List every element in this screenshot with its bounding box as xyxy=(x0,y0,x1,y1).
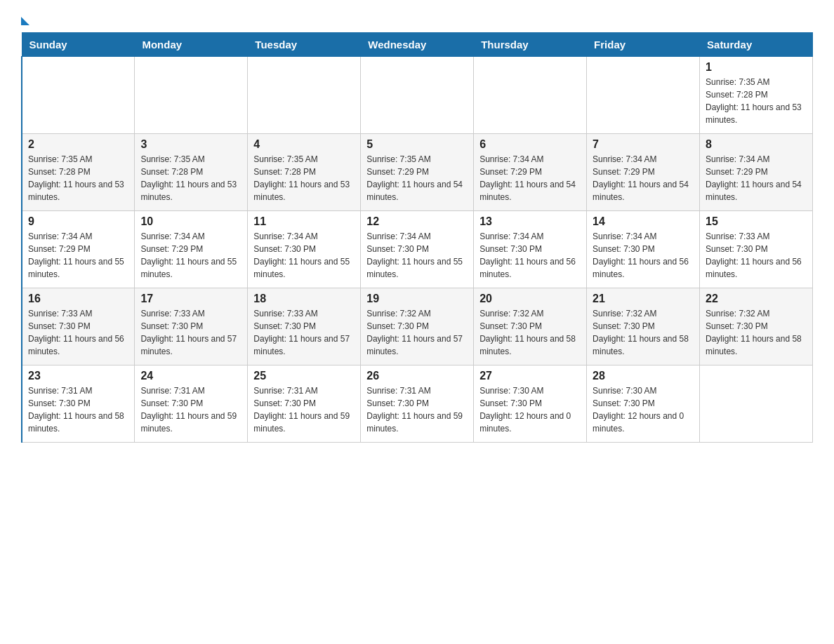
calendar-cell: 14Sunrise: 7:34 AM Sunset: 7:30 PM Dayli… xyxy=(587,211,700,288)
calendar-cell xyxy=(248,57,361,134)
calendar-table: SundayMondayTuesdayWednesdayThursdayFrid… xyxy=(21,32,813,443)
calendar-week-row: 1Sunrise: 7:35 AM Sunset: 7:28 PM Daylig… xyxy=(22,57,813,134)
day-number: 7 xyxy=(593,138,694,151)
day-info: Sunrise: 7:32 AM Sunset: 7:30 PM Dayligh… xyxy=(366,307,468,358)
calendar-cell: 23Sunrise: 7:31 AM Sunset: 7:30 PM Dayli… xyxy=(22,365,135,443)
day-number: 4 xyxy=(253,138,355,151)
calendar-cell: 26Sunrise: 7:31 AM Sunset: 7:30 PM Dayli… xyxy=(361,365,474,443)
day-info: Sunrise: 7:32 AM Sunset: 7:30 PM Dayligh… xyxy=(706,307,807,358)
calendar-cell: 20Sunrise: 7:32 AM Sunset: 7:30 PM Dayli… xyxy=(474,288,587,365)
day-info: Sunrise: 7:35 AM Sunset: 7:28 PM Dayligh… xyxy=(706,76,807,126)
calendar-cell: 16Sunrise: 7:33 AM Sunset: 7:30 PM Dayli… xyxy=(22,288,135,365)
calendar-cell: 5Sunrise: 7:35 AM Sunset: 7:29 PM Daylig… xyxy=(361,134,474,211)
calendar-cell: 6Sunrise: 7:34 AM Sunset: 7:29 PM Daylig… xyxy=(474,134,587,211)
page-header xyxy=(21,14,813,25)
day-number: 15 xyxy=(706,215,807,228)
day-info: Sunrise: 7:33 AM Sunset: 7:30 PM Dayligh… xyxy=(140,307,241,358)
day-info: Sunrise: 7:32 AM Sunset: 7:30 PM Dayligh… xyxy=(593,307,694,358)
day-number: 19 xyxy=(366,293,468,305)
calendar-cell: 7Sunrise: 7:34 AM Sunset: 7:29 PM Daylig… xyxy=(587,134,700,211)
day-number: 22 xyxy=(706,293,807,305)
calendar-cell: 2Sunrise: 7:35 AM Sunset: 7:28 PM Daylig… xyxy=(22,134,135,211)
calendar-cell xyxy=(474,57,587,134)
calendar-week-row: 2Sunrise: 7:35 AM Sunset: 7:28 PM Daylig… xyxy=(22,134,813,211)
calendar-cell: 15Sunrise: 7:33 AM Sunset: 7:30 PM Dayli… xyxy=(700,211,813,288)
day-info: Sunrise: 7:30 AM Sunset: 7:30 PM Dayligh… xyxy=(479,384,581,435)
day-number: 1 xyxy=(706,61,807,74)
day-info: Sunrise: 7:34 AM Sunset: 7:29 PM Dayligh… xyxy=(479,153,581,203)
day-info: Sunrise: 7:34 AM Sunset: 7:29 PM Dayligh… xyxy=(706,153,807,203)
day-info: Sunrise: 7:33 AM Sunset: 7:30 PM Dayligh… xyxy=(28,307,128,358)
day-number: 21 xyxy=(593,293,694,305)
calendar-cell: 11Sunrise: 7:34 AM Sunset: 7:30 PM Dayli… xyxy=(248,211,361,288)
day-number: 16 xyxy=(28,293,128,305)
calendar-cell: 4Sunrise: 7:35 AM Sunset: 7:28 PM Daylig… xyxy=(248,134,361,211)
day-info: Sunrise: 7:34 AM Sunset: 7:30 PM Dayligh… xyxy=(366,230,468,281)
calendar-week-row: 9Sunrise: 7:34 AM Sunset: 7:29 PM Daylig… xyxy=(22,211,813,288)
calendar-cell: 17Sunrise: 7:33 AM Sunset: 7:30 PM Dayli… xyxy=(135,288,248,365)
day-number: 9 xyxy=(28,215,128,228)
calendar-header-row: SundayMondayTuesdayWednesdayThursdayFrid… xyxy=(22,33,813,57)
day-info: Sunrise: 7:35 AM Sunset: 7:28 PM Dayligh… xyxy=(253,153,355,203)
day-info: Sunrise: 7:34 AM Sunset: 7:29 PM Dayligh… xyxy=(28,230,128,281)
calendar-cell: 21Sunrise: 7:32 AM Sunset: 7:30 PM Dayli… xyxy=(587,288,700,365)
calendar-cell: 25Sunrise: 7:31 AM Sunset: 7:30 PM Dayli… xyxy=(248,365,361,443)
col-header-saturday: Saturday xyxy=(700,33,813,57)
calendar-cell xyxy=(361,57,474,134)
day-info: Sunrise: 7:32 AM Sunset: 7:30 PM Dayligh… xyxy=(479,307,581,358)
calendar-cell: 9Sunrise: 7:34 AM Sunset: 7:29 PM Daylig… xyxy=(22,211,135,288)
day-number: 28 xyxy=(593,370,694,382)
day-number: 17 xyxy=(140,293,241,305)
day-number: 13 xyxy=(479,215,581,228)
day-info: Sunrise: 7:35 AM Sunset: 7:29 PM Dayligh… xyxy=(366,153,468,203)
day-info: Sunrise: 7:34 AM Sunset: 7:29 PM Dayligh… xyxy=(593,153,694,203)
day-number: 5 xyxy=(366,138,468,151)
day-number: 20 xyxy=(479,293,581,305)
day-info: Sunrise: 7:30 AM Sunset: 7:30 PM Dayligh… xyxy=(593,384,694,435)
day-info: Sunrise: 7:35 AM Sunset: 7:28 PM Dayligh… xyxy=(140,153,241,203)
col-header-thursday: Thursday xyxy=(474,33,587,57)
calendar-cell xyxy=(700,365,813,443)
calendar-cell: 18Sunrise: 7:33 AM Sunset: 7:30 PM Dayli… xyxy=(248,288,361,365)
day-number: 2 xyxy=(28,138,128,151)
day-number: 10 xyxy=(140,215,241,228)
calendar-cell: 3Sunrise: 7:35 AM Sunset: 7:28 PM Daylig… xyxy=(135,134,248,211)
day-number: 8 xyxy=(706,138,807,151)
day-number: 26 xyxy=(366,370,468,382)
day-number: 25 xyxy=(253,370,355,382)
day-info: Sunrise: 7:33 AM Sunset: 7:30 PM Dayligh… xyxy=(706,230,807,281)
day-info: Sunrise: 7:31 AM Sunset: 7:30 PM Dayligh… xyxy=(366,384,468,435)
calendar-cell xyxy=(135,57,248,134)
col-header-monday: Monday xyxy=(135,33,248,57)
logo xyxy=(21,14,29,25)
day-number: 24 xyxy=(140,370,241,382)
col-header-tuesday: Tuesday xyxy=(248,33,361,57)
calendar-week-row: 16Sunrise: 7:33 AM Sunset: 7:30 PM Dayli… xyxy=(22,288,813,365)
day-info: Sunrise: 7:34 AM Sunset: 7:30 PM Dayligh… xyxy=(253,230,355,281)
day-number: 27 xyxy=(479,370,581,382)
day-number: 14 xyxy=(593,215,694,228)
calendar-cell: 1Sunrise: 7:35 AM Sunset: 7:28 PM Daylig… xyxy=(700,57,813,134)
logo-arrow-icon xyxy=(21,17,29,25)
calendar-cell: 27Sunrise: 7:30 AM Sunset: 7:30 PM Dayli… xyxy=(474,365,587,443)
calendar-cell: 8Sunrise: 7:34 AM Sunset: 7:29 PM Daylig… xyxy=(700,134,813,211)
day-info: Sunrise: 7:31 AM Sunset: 7:30 PM Dayligh… xyxy=(140,384,241,435)
day-info: Sunrise: 7:33 AM Sunset: 7:30 PM Dayligh… xyxy=(253,307,355,358)
calendar-cell: 12Sunrise: 7:34 AM Sunset: 7:30 PM Dayli… xyxy=(361,211,474,288)
day-info: Sunrise: 7:34 AM Sunset: 7:29 PM Dayligh… xyxy=(140,230,241,281)
calendar-cell: 13Sunrise: 7:34 AM Sunset: 7:30 PM Dayli… xyxy=(474,211,587,288)
day-info: Sunrise: 7:31 AM Sunset: 7:30 PM Dayligh… xyxy=(28,384,128,435)
calendar-week-row: 23Sunrise: 7:31 AM Sunset: 7:30 PM Dayli… xyxy=(22,365,813,443)
day-info: Sunrise: 7:31 AM Sunset: 7:30 PM Dayligh… xyxy=(253,384,355,435)
day-number: 6 xyxy=(479,138,581,151)
col-header-friday: Friday xyxy=(587,33,700,57)
day-number: 12 xyxy=(366,215,468,228)
calendar-cell xyxy=(587,57,700,134)
day-number: 11 xyxy=(253,215,355,228)
day-info: Sunrise: 7:34 AM Sunset: 7:30 PM Dayligh… xyxy=(479,230,581,281)
calendar-cell: 19Sunrise: 7:32 AM Sunset: 7:30 PM Dayli… xyxy=(361,288,474,365)
calendar-cell: 10Sunrise: 7:34 AM Sunset: 7:29 PM Dayli… xyxy=(135,211,248,288)
day-info: Sunrise: 7:35 AM Sunset: 7:28 PM Dayligh… xyxy=(28,153,128,203)
calendar-cell xyxy=(22,57,135,134)
calendar-cell: 28Sunrise: 7:30 AM Sunset: 7:30 PM Dayli… xyxy=(587,365,700,443)
